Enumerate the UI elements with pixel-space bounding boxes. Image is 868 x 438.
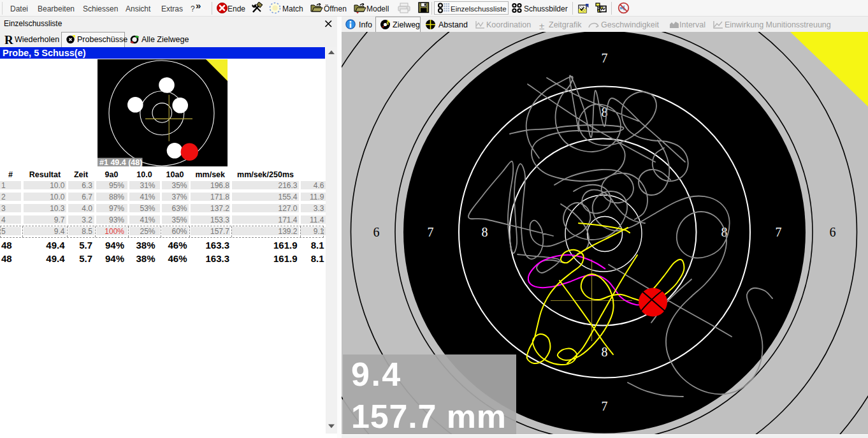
svg-text:8: 8 [482, 225, 488, 239]
svg-text:7: 7 [602, 51, 608, 65]
svg-text:9.4: 9.4 [351, 356, 402, 393]
svg-text:7: 7 [776, 225, 782, 239]
svg-text:#1 49.4 (48): #1 49.4 (48) [99, 158, 142, 167]
svg-text:6: 6 [830, 225, 836, 239]
svg-text:7: 7 [428, 225, 434, 239]
svg-text:6: 6 [373, 225, 380, 239]
svg-text:157.7 mm: 157.7 mm [351, 398, 507, 434]
svg-text:7: 7 [602, 399, 608, 413]
